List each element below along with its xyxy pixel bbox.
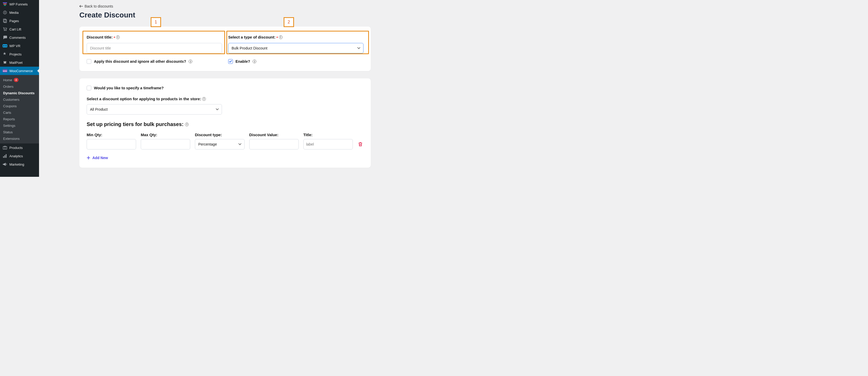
submenu-reports[interactable]: Reports bbox=[0, 116, 39, 122]
enable-checkbox[interactable] bbox=[228, 59, 233, 64]
sidebar-item-wpvr[interactable]: WP VR bbox=[0, 42, 39, 50]
page-title: Create Discount bbox=[80, 11, 394, 19]
sidebar-item-label: MailPoet bbox=[9, 61, 23, 64]
sidebar-item-projects[interactable]: Projects bbox=[0, 50, 39, 58]
apply-ignore-row[interactable]: Apply this discount and ignore all other… bbox=[87, 59, 222, 64]
woocommerce-submenu: Home 4 Orders Dynamic Discounts Customer… bbox=[0, 75, 39, 143]
submenu-settings[interactable]: Settings bbox=[0, 122, 39, 129]
pin-icon bbox=[3, 52, 7, 57]
tier-type-label: Discount type: bbox=[195, 133, 245, 137]
submenu-dynamic-discounts[interactable]: Dynamic Discounts bbox=[0, 90, 39, 96]
tier-value-input[interactable] bbox=[249, 139, 299, 149]
media-icon bbox=[3, 10, 7, 15]
svg-rect-1 bbox=[3, 4, 6, 4]
back-link[interactable]: Back to discounts bbox=[80, 4, 113, 8]
pages-icon bbox=[3, 19, 7, 23]
submenu-label: Status bbox=[3, 130, 13, 134]
woo-icon: woo bbox=[3, 68, 7, 73]
comment-icon bbox=[3, 35, 7, 40]
info-icon[interactable]: i bbox=[189, 60, 192, 63]
timeframe-checkbox[interactable] bbox=[87, 86, 91, 90]
sidebar-item-label: Pages bbox=[9, 19, 19, 23]
submenu-orders[interactable]: Orders bbox=[0, 83, 39, 90]
discount-title-input[interactable] bbox=[87, 43, 222, 53]
timeframe-row[interactable]: Would you like to specify a timeframe? bbox=[87, 86, 364, 90]
submenu-extensions[interactable]: Extensions bbox=[0, 136, 39, 142]
tier-max-label: Max Qty: bbox=[141, 133, 190, 137]
tier-type-select[interactable]: Percentage bbox=[195, 139, 245, 149]
funnel-icon bbox=[3, 2, 7, 6]
cart-icon bbox=[3, 27, 7, 31]
mailpoet-icon: M bbox=[3, 60, 7, 65]
discount-details-card: Would you like to specify a timeframe? S… bbox=[80, 78, 371, 168]
svg-point-7 bbox=[4, 30, 5, 31]
submenu-label: Coupons bbox=[3, 104, 17, 108]
svg-rect-4 bbox=[5, 12, 5, 13]
info-icon[interactable]: i bbox=[253, 60, 256, 63]
box-icon bbox=[3, 145, 7, 150]
tier-row: Min Qty: Max Qty: Discount type: Percent… bbox=[87, 133, 364, 149]
sidebar-item-media[interactable]: Media bbox=[0, 8, 39, 17]
sidebar-item-wpfunnels[interactable]: WP Funnels bbox=[0, 0, 39, 8]
tier-max-input[interactable] bbox=[141, 139, 190, 149]
main-content: Back to discounts Create Discount 1 2 Di… bbox=[39, 0, 404, 177]
sidebar-item-label: Cart Lift bbox=[9, 27, 21, 31]
tier-delete-button[interactable] bbox=[358, 139, 364, 149]
sidebar-item-label: Marketing bbox=[9, 163, 24, 166]
info-icon[interactable]: i bbox=[116, 35, 120, 39]
submenu-carts[interactable]: Carts bbox=[0, 109, 39, 116]
svg-point-11 bbox=[5, 45, 7, 47]
enable-row[interactable]: Enable? i bbox=[228, 59, 364, 64]
sidebar-item-label: WooCommerce bbox=[9, 69, 33, 73]
sidebar-item-products[interactable]: Products bbox=[0, 143, 39, 152]
tiers-heading: Set up pricing tiers for bulk purchases:… bbox=[87, 121, 364, 127]
submenu-label: Extensions bbox=[3, 137, 20, 141]
info-icon[interactable]: i bbox=[279, 35, 283, 39]
sidebar-item-marketing[interactable]: Marketing bbox=[0, 160, 39, 169]
sidebar-item-comments[interactable]: Comments bbox=[0, 33, 39, 42]
discount-title-label: Discount title: • i bbox=[87, 35, 120, 39]
info-icon[interactable]: i bbox=[202, 97, 206, 101]
sidebar-item-pages[interactable]: Pages bbox=[0, 17, 39, 25]
sidebar-item-woocommerce[interactable]: woo WooCommerce bbox=[0, 67, 39, 75]
tier-title-label: Title: bbox=[303, 133, 353, 137]
tier-title-input[interactable] bbox=[303, 139, 353, 149]
required-indicator: • bbox=[277, 35, 278, 39]
sidebar-item-label: Products bbox=[9, 146, 23, 150]
svg-point-8 bbox=[6, 30, 6, 31]
sidebar-item-label: Projects bbox=[9, 52, 22, 56]
vr-icon bbox=[3, 44, 7, 48]
submenu-coupons[interactable]: Coupons bbox=[0, 103, 39, 109]
submenu-label: Customers bbox=[3, 98, 20, 102]
apply-ignore-checkbox[interactable] bbox=[87, 59, 91, 64]
discount-type-label: Select a type of discount: • i bbox=[228, 35, 283, 39]
apply-scope-label: Select a discount option for applying to… bbox=[87, 96, 206, 101]
tier-min-input[interactable] bbox=[87, 139, 136, 149]
admin-sidebar: WP Funnels Media Pages Cart Lift Comment bbox=[0, 0, 39, 177]
submenu-label: Settings bbox=[3, 124, 16, 127]
sidebar-item-mailpoet[interactable]: M MailPoet bbox=[0, 58, 39, 67]
add-tier-button[interactable]: Add New bbox=[87, 156, 108, 160]
info-icon[interactable]: i bbox=[185, 123, 189, 126]
svg-rect-17 bbox=[6, 154, 6, 158]
svg-text:woo: woo bbox=[3, 70, 7, 72]
sidebar-item-analytics[interactable]: Analytics bbox=[0, 152, 39, 160]
add-tier-label: Add New bbox=[92, 156, 108, 160]
sidebar-item-label: Media bbox=[9, 11, 19, 15]
apply-scope-select[interactable]: All Product bbox=[87, 104, 222, 115]
submenu-label: Carts bbox=[3, 111, 11, 115]
sidebar-item-label: WP VR bbox=[9, 44, 20, 48]
analytics-icon bbox=[3, 154, 7, 158]
sidebar-item-label: Analytics bbox=[9, 154, 23, 158]
submenu-label: Dynamic Discounts bbox=[3, 91, 35, 95]
megaphone-icon bbox=[3, 162, 7, 167]
sidebar-item-cartlift[interactable]: Cart Lift bbox=[0, 25, 39, 33]
discount-type-select[interactable]: Bulk Product Discount bbox=[228, 43, 364, 53]
submenu-label: Home bbox=[3, 78, 12, 82]
home-badge: 4 bbox=[14, 78, 19, 82]
submenu-home[interactable]: Home 4 bbox=[0, 77, 39, 83]
discount-basics-card: 1 2 Discount title: • i Select a type of… bbox=[80, 27, 371, 71]
submenu-label: Orders bbox=[3, 85, 13, 89]
submenu-customers[interactable]: Customers bbox=[0, 96, 39, 103]
submenu-status[interactable]: Status bbox=[0, 129, 39, 136]
